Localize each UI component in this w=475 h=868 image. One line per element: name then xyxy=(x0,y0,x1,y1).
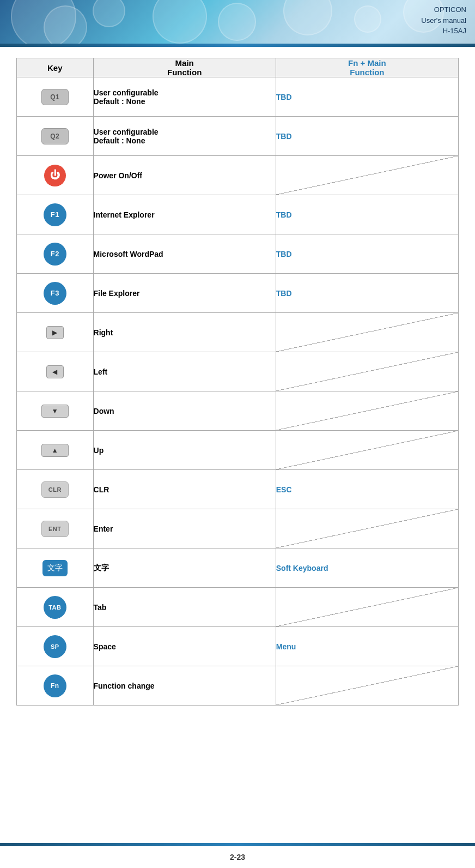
key-cell: ▲ xyxy=(17,431,94,470)
key-icon: ⏻ xyxy=(44,165,66,186)
table-row: Q2User configurableDefault : NoneTBD xyxy=(17,117,459,156)
main-function-cell: Internet Explorer xyxy=(93,195,276,234)
main-function-cell: Power On/Off xyxy=(93,156,276,195)
fn-function-cell xyxy=(276,509,458,548)
main-function-cell: Microsoft WordPad xyxy=(93,234,276,274)
key-icon: ENT xyxy=(41,521,69,537)
fn-function-cell xyxy=(276,431,458,470)
col-header-main: Main Function xyxy=(93,58,276,77)
fn-function-cell: TBD xyxy=(276,77,458,117)
key-cell: ⏻ xyxy=(17,156,94,195)
fn-function-text: TBD xyxy=(276,93,292,101)
key-icon: SP xyxy=(44,635,66,658)
fn-function-cell xyxy=(276,588,458,627)
key-cell: Fn xyxy=(17,666,94,706)
table-row: F2Microsoft WordPadTBD xyxy=(17,234,459,274)
key-cell: Q2 xyxy=(17,117,94,156)
fn-function-text: TBD xyxy=(276,250,292,258)
main-function-text: Down xyxy=(94,407,114,415)
table-row: ▼Down xyxy=(17,391,459,431)
key-icon: TAB xyxy=(44,596,66,619)
manual-label: User's manual xyxy=(421,15,466,26)
key-icon: ▲ xyxy=(41,444,69,457)
fn-function-cell: TBD xyxy=(276,117,458,156)
page-number: 2-23 xyxy=(0,846,475,868)
key-icon: ◀ xyxy=(46,365,64,378)
table-row: CLRCLRESC xyxy=(17,470,459,509)
table-row: Q1User configurableDefault : NoneTBD xyxy=(17,77,459,117)
main-function-text: File Explorer xyxy=(94,289,140,298)
model-label: H-15AJ xyxy=(421,26,466,37)
col-header-fn: Fn + Main Function xyxy=(276,58,458,77)
main-function-text: Space xyxy=(94,642,116,651)
key-cell: CLR xyxy=(17,470,94,509)
main-function-text: 文字 xyxy=(94,563,109,572)
key-icon: ▶ xyxy=(46,326,64,339)
main-function-text: Tab xyxy=(94,603,107,612)
table-row: F1Internet ExplorerTBD xyxy=(17,195,459,234)
fn-function-cell xyxy=(276,352,458,391)
main-function-text: Internet Explorer xyxy=(94,210,155,219)
key-cell: Q1 xyxy=(17,77,94,117)
key-icon: Q2 xyxy=(41,128,69,144)
main-function-cell: Function change xyxy=(93,666,276,706)
table-row: ENTEnter xyxy=(17,509,459,548)
key-icon: Fn xyxy=(44,674,66,697)
main-function-cell: User configurableDefault : None xyxy=(93,117,276,156)
main-function-cell: Tab xyxy=(93,588,276,627)
main-function-text: Default : None xyxy=(94,136,145,145)
function-table: Key Main Function Fn + Main Function Q1U… xyxy=(16,58,459,706)
header-decoration xyxy=(0,0,475,44)
fn-function-text: Menu xyxy=(276,642,296,651)
main-function-cell: Left xyxy=(93,352,276,391)
main-function-text: CLR xyxy=(94,485,109,494)
fn-function-cell xyxy=(276,666,458,706)
key-cell: ◀ xyxy=(17,352,94,391)
fn-function-cell: Menu xyxy=(276,627,458,666)
fn-function-cell: TBD xyxy=(276,234,458,274)
fn-function-text: Soft Keyboard xyxy=(276,564,328,572)
main-function-text: User configurable xyxy=(94,88,159,97)
key-cell: ▶ xyxy=(17,313,94,352)
table-row: FnFunction change xyxy=(17,666,459,706)
key-cell: 文字 xyxy=(17,548,94,588)
key-icon: F1 xyxy=(44,203,66,226)
key-cell: F2 xyxy=(17,234,94,274)
fn-function-cell xyxy=(276,391,458,431)
main-function-cell: Right xyxy=(93,313,276,352)
key-icon: 文字 xyxy=(42,560,68,576)
main-function-text: Function change xyxy=(94,682,155,690)
key-cell: F1 xyxy=(17,195,94,234)
col-header-key: Key xyxy=(17,58,94,77)
table-row: F3File ExplorerTBD xyxy=(17,274,459,313)
main-function-cell: Space xyxy=(93,627,276,666)
table-row: ⏻Power On/Off xyxy=(17,156,459,195)
main-function-text: Left xyxy=(94,367,108,376)
key-icon: F3 xyxy=(44,282,66,305)
fn-function-text: ESC xyxy=(276,485,292,494)
main-function-text: User configurable xyxy=(94,128,159,136)
fn-function-cell: TBD xyxy=(276,195,458,234)
main-content: Key Main Function Fn + Main Function Q1U… xyxy=(0,47,475,780)
table-row: SPSpaceMenu xyxy=(17,627,459,666)
main-function-cell: File Explorer xyxy=(93,274,276,313)
fn-function-text: TBD xyxy=(276,289,292,298)
main-function-cell: 文字 xyxy=(93,548,276,588)
table-row: 文字文字Soft Keyboard xyxy=(17,548,459,588)
key-cell: TAB xyxy=(17,588,94,627)
main-function-text: Power On/Off xyxy=(94,171,142,180)
main-function-text: Right xyxy=(94,328,113,337)
key-icon: ▼ xyxy=(41,405,69,418)
key-cell: F3 xyxy=(17,274,94,313)
table-row: ▲Up xyxy=(17,431,459,470)
fn-function-text: TBD xyxy=(276,210,292,219)
key-icon: CLR xyxy=(41,481,69,498)
table-row: TABTab xyxy=(17,588,459,627)
key-icon: Q1 xyxy=(41,89,69,105)
fn-function-text: TBD xyxy=(276,132,292,141)
main-function-cell: Up xyxy=(93,431,276,470)
company-name: OPTICON xyxy=(421,4,466,15)
main-function-text: Default : None xyxy=(94,97,145,106)
main-function-cell: Enter xyxy=(93,509,276,548)
main-function-text: Up xyxy=(94,446,104,455)
